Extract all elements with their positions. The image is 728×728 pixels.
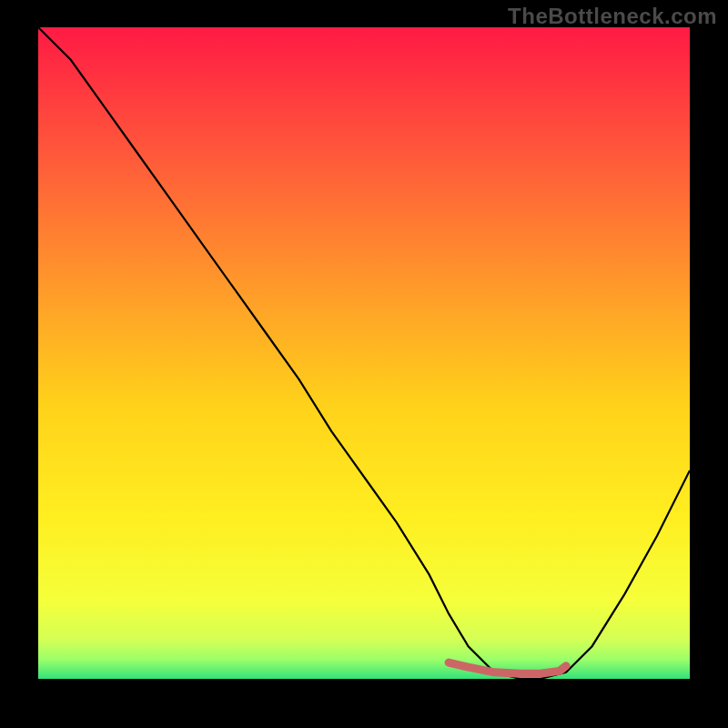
chart-frame: TheBottleneck.com bbox=[0, 0, 728, 728]
gradient-background bbox=[38, 27, 690, 679]
chart-svg bbox=[38, 27, 690, 679]
watermark-label: TheBottleneck.com bbox=[508, 4, 717, 29]
plot-area bbox=[38, 27, 690, 679]
